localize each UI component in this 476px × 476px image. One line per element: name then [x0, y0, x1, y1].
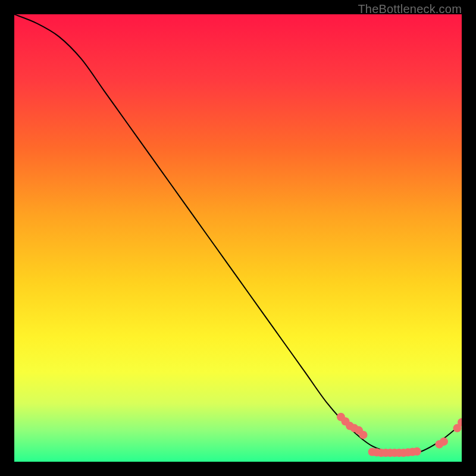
scatter-point: [440, 437, 448, 446]
chart-frame: TheBottleneck.com: [0, 0, 476, 476]
bottleneck-curve-path: [14, 14, 462, 454]
chart-svg: [14, 14, 462, 462]
attribution-label: TheBottleneck.com: [358, 2, 462, 16]
scatter-points-group: [337, 413, 462, 457]
scatter-point: [359, 431, 368, 439]
chart-plot-area: [14, 14, 462, 462]
scatter-point: [413, 447, 421, 456]
